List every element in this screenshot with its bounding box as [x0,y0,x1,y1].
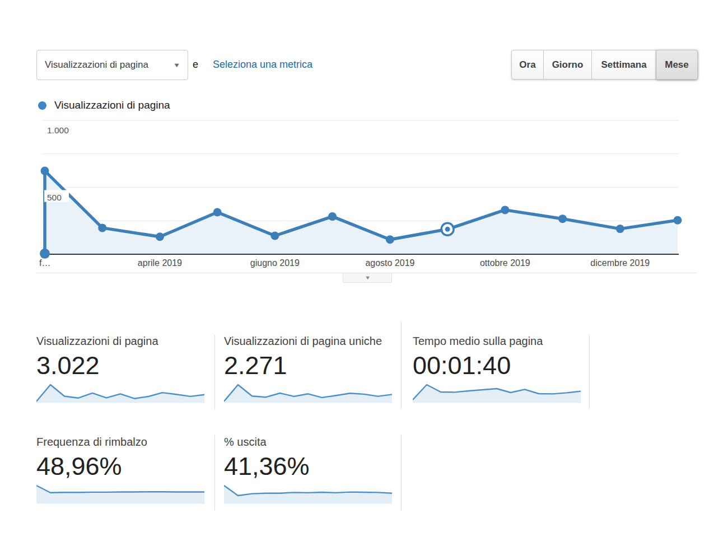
metric-card-title: Visualizzazioni di pagina uniche [224,316,392,348]
x-axis-label: dicembre 2019 [590,258,650,268]
metric-card-value: 3.022 [36,353,204,378]
x-axis-label: f… [39,258,50,268]
pageviews-line-chart[interactable]: 1.000500f…aprile 2019giugno 2019agosto 2… [0,0,728,291]
metric-card-sparkline [224,383,392,403]
metric-card-title: Frequenza di rimbalzo [36,417,204,449]
divider [401,435,402,510]
sparkline-area [36,486,204,504]
metric-card-sparkline [36,383,204,403]
metric-card-title: Visualizzazioni di pagina [36,316,204,348]
metric-card-sparkline [413,383,581,403]
metric-card-unique-pageviews[interactable]: Visualizzazioni di pagina uniche 2.271 [224,316,392,403]
divider [214,435,215,510]
metric-card-exit-rate[interactable]: % uscita 41,36% [224,417,392,504]
data-point[interactable] [98,223,106,232]
collapse-chart-tab[interactable]: ▼ [343,273,392,283]
x-axis-label: aprile 2019 [138,258,182,268]
data-point[interactable] [270,232,279,240]
metric-card-title: Tempo medio sulla pagina [413,316,581,348]
x-axis-label: ottobre 2019 [480,258,530,268]
metric-card-bounce-rate[interactable]: Frequenza di rimbalzo 48,96% [36,417,204,504]
divider [214,335,215,409]
metric-card-sparkline [224,484,392,504]
highlight-center-dot [445,227,450,232]
metric-card-value: 2.271 [224,353,392,378]
metric-card-pageviews[interactable]: Visualizzazioni di pagina 3.022 [36,316,204,403]
data-point[interactable] [40,249,50,259]
sparkline-line [36,486,204,493]
metric-card-avg-time-on-page[interactable]: Tempo medio sulla pagina 00:01:40 [413,316,581,403]
y-axis-label: 500 [47,193,62,202]
analytics-explorer-panel: Visualizzazioni di pagina ▼ e Seleziona … [0,0,728,560]
data-point[interactable] [501,206,509,214]
data-point[interactable] [386,235,394,244]
metric-card-sparkline [36,484,204,504]
data-point[interactable] [41,167,49,175]
metric-card-value: 00:01:40 [413,353,581,378]
data-point[interactable] [328,212,337,221]
data-point[interactable] [213,208,222,216]
metric-card-value: 48,96% [36,454,204,479]
area-fill [45,171,678,254]
y-axis-label: 1.000 [47,125,69,135]
data-point[interactable] [156,232,164,241]
data-point[interactable] [674,216,682,225]
x-axis-label: giugno 2019 [250,258,300,268]
divider [401,321,402,409]
x-axis-label: agosto 2019 [365,258,414,268]
data-point[interactable] [558,214,567,223]
divider [589,334,590,409]
metric-card-value: 41,36% [224,454,392,479]
data-point[interactable] [616,225,624,233]
collapse-arrow-icon: ▼ [364,276,371,281]
metric-card-title: % uscita [224,417,392,449]
